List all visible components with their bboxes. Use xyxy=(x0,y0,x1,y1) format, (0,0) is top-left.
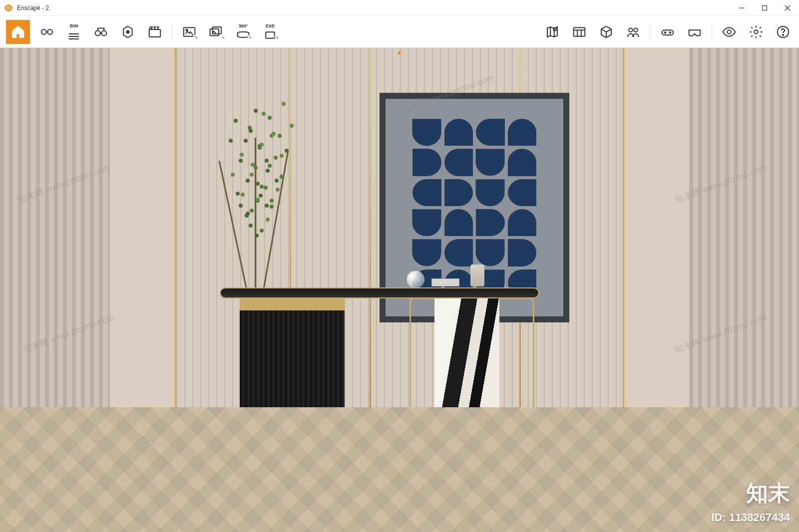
titlebar-left: Enscape - 2 xyxy=(4,3,49,12)
app-window: Enscape - 2 BIM xyxy=(0,0,799,532)
svg-point-5 xyxy=(47,29,52,34)
asset-library-button[interactable] xyxy=(569,22,589,42)
export-arrow-icon: ↘ xyxy=(221,35,225,39)
export-arrow-icon: ↘ xyxy=(194,35,198,39)
minimize-button[interactable] xyxy=(730,0,753,15)
map-button[interactable] xyxy=(542,22,562,42)
link-views-button[interactable] xyxy=(37,22,57,42)
exe-export-button[interactable]: EXE ↘ xyxy=(260,22,280,42)
scene-floor xyxy=(0,407,799,532)
table-top xyxy=(220,287,539,298)
panorama-button[interactable]: 360° ↘ xyxy=(233,22,253,42)
vr-controller-button[interactable] xyxy=(658,22,678,42)
cube-icon xyxy=(599,24,614,39)
toolbar-separator xyxy=(172,23,172,40)
close-icon xyxy=(785,5,791,11)
wall-panel-flat-right xyxy=(624,48,689,407)
watermark-id-prefix: ID: xyxy=(711,511,729,524)
svg-rect-1 xyxy=(763,5,767,10)
vr-headset-button[interactable] xyxy=(685,22,705,42)
bim-mode-button[interactable]: BIM xyxy=(64,22,84,42)
binoculars-icon xyxy=(93,24,108,39)
toolbar-separator xyxy=(712,23,712,40)
video-button[interactable] xyxy=(145,22,165,42)
exe-export-label: EXE xyxy=(266,23,275,28)
watermark-brand: 知末 xyxy=(746,479,790,508)
asset-library-icon xyxy=(572,24,587,39)
cube-view-button[interactable] xyxy=(596,22,616,42)
panorama-label: 360° xyxy=(239,23,248,28)
screenshot-button[interactable]: ↘ xyxy=(179,22,199,42)
controller-icon xyxy=(660,24,675,39)
toolbar: BIM ↘ ↘ 360° ↘ xyxy=(0,16,799,48)
window-title: Enscape - 2 xyxy=(17,4,49,11)
svg-point-26 xyxy=(665,32,666,33)
svg-point-28 xyxy=(727,30,731,34)
visual-settings-button[interactable] xyxy=(719,22,739,42)
help-icon xyxy=(776,24,791,39)
decor-box xyxy=(431,278,459,286)
svg-rect-19 xyxy=(574,27,585,36)
eye-icon xyxy=(722,24,737,39)
map-icon xyxy=(545,24,560,39)
svg-point-23 xyxy=(629,28,633,32)
svg-point-14 xyxy=(186,29,188,30)
svg-rect-17 xyxy=(266,32,275,38)
svg-rect-13 xyxy=(184,27,195,36)
titlebar: Enscape - 2 xyxy=(0,0,799,16)
svg-point-11 xyxy=(127,30,129,33)
maximize-icon xyxy=(762,5,768,11)
link-views-icon xyxy=(39,24,54,39)
watermark-id-label: ID: 1138267434 xyxy=(711,511,790,524)
svg-rect-25 xyxy=(662,30,674,35)
wall-panel-fluted-left xyxy=(0,48,110,407)
watermark-id-value: 1138267434 xyxy=(729,511,790,524)
help-button[interactable] xyxy=(773,22,793,42)
bim-mode-icon xyxy=(66,26,81,41)
toolbar-right-group xyxy=(542,22,793,42)
wall-panel-flat-left xyxy=(110,48,175,407)
bim-mode-label: BIM xyxy=(70,23,78,28)
svg-point-18 xyxy=(553,28,556,31)
decor-cylinder xyxy=(470,265,484,286)
collab-button[interactable] xyxy=(623,22,643,42)
svg-point-24 xyxy=(634,28,638,32)
binoculars-button[interactable] xyxy=(91,22,111,42)
viewport-expand-handle[interactable]: ▲ xyxy=(396,48,403,56)
svg-point-27 xyxy=(670,32,671,33)
home-button[interactable] xyxy=(6,20,30,44)
minimize-icon xyxy=(739,5,745,11)
decor-glass-sphere xyxy=(406,270,424,288)
svg-rect-16 xyxy=(213,27,222,34)
svg-rect-12 xyxy=(149,29,161,37)
people-icon xyxy=(626,24,641,39)
rendered-scene: 知末网 www.znzmo.com 知末网 www.znzmo.com 知末网 … xyxy=(0,48,799,532)
window-controls xyxy=(730,0,799,15)
orbit-button[interactable] xyxy=(118,22,138,42)
orbit-icon xyxy=(120,24,135,39)
clapperboard-icon xyxy=(147,24,162,39)
svg-point-4 xyxy=(41,29,46,34)
toolbar-separator xyxy=(650,23,651,40)
svg-point-9 xyxy=(95,30,100,35)
toolbar-left-group: BIM ↘ ↘ 360° ↘ xyxy=(6,20,280,44)
svg-point-29 xyxy=(754,30,758,34)
batch-render-button[interactable]: ↘ xyxy=(206,22,226,42)
svg-point-10 xyxy=(101,30,106,35)
home-icon xyxy=(10,24,25,39)
general-settings-button[interactable] xyxy=(746,22,766,42)
app-logo-icon xyxy=(4,3,13,12)
render-viewport[interactable]: ▲ xyxy=(0,48,799,532)
export-arrow-icon: ↘ xyxy=(275,35,279,39)
export-arrow-icon: ↘ xyxy=(248,35,252,39)
close-button[interactable] xyxy=(776,0,799,15)
svg-point-31 xyxy=(783,34,784,35)
wall-panel-fluted-right xyxy=(689,48,799,407)
vr-headset-icon xyxy=(687,24,702,39)
maximize-button[interactable] xyxy=(753,0,776,15)
gear-icon xyxy=(749,24,764,39)
